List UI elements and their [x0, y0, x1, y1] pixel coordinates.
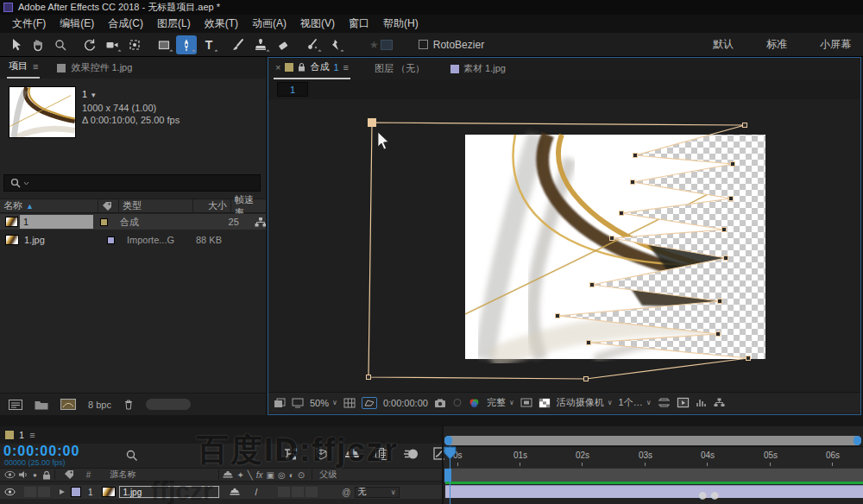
pan-behind-tool-icon[interactable] [124, 35, 145, 54]
share-view-icon[interactable] [658, 398, 671, 407]
workspace-default[interactable]: 默认 [713, 37, 734, 52]
tab-effect-controls[interactable]: 效果控件 1.jpg [55, 58, 134, 79]
shy-layers-icon[interactable] [344, 447, 360, 460]
footage-name-cell[interactable]: 1.jpg [24, 235, 100, 245]
menu-layer[interactable]: 图层(L) [150, 16, 198, 31]
time-navigator[interactable] [444, 436, 861, 445]
hand-tool-icon[interactable] [28, 35, 48, 54]
lock-icon[interactable] [298, 62, 306, 72]
view-layout-dropdown[interactable]: 1个… ∨ [619, 396, 652, 409]
frame-blend-icon[interactable]: ▣ [267, 470, 274, 480]
time-ruler[interactable]: 0s 01s 02s 03s 04s 05s 06s [444, 446, 863, 468]
column-number[interactable]: # [86, 470, 91, 480]
layer-expand-arrow-icon[interactable] [59, 488, 66, 495]
trash-icon[interactable] [123, 399, 134, 410]
menu-animation[interactable]: 动画(A) [245, 16, 293, 31]
eraser-tool-icon[interactable] [273, 35, 293, 54]
parent-dropdown[interactable]: 无 ∨ [355, 487, 400, 498]
shy-switch-icon[interactable] [223, 470, 233, 480]
fast-previews-icon[interactable] [677, 397, 690, 408]
new-folder-icon[interactable] [35, 400, 48, 410]
close-icon[interactable]: × [275, 62, 280, 72]
composition-name-cell[interactable]: 1 [20, 215, 93, 229]
frame-blending-icon[interactable] [375, 447, 389, 461]
always-preview-icon[interactable] [274, 398, 286, 408]
viewer-timecode[interactable]: 0:00:00:00 [383, 398, 428, 408]
panel-menu-icon[interactable]: ≡ [343, 62, 349, 72]
composition-canvas[interactable] [268, 99, 860, 392]
flowchart-icon[interactable] [255, 217, 266, 228]
clone-stamp-tool-icon[interactable] [250, 35, 271, 54]
camera-tool-icon[interactable] [102, 35, 123, 54]
column-label[interactable] [98, 199, 119, 212]
panel-menu-icon[interactable]: ≡ [29, 430, 35, 440]
label-tag-icon[interactable] [64, 469, 74, 480]
motion-blur-icon[interactable] [404, 448, 419, 460]
bit-depth-button[interactable]: 8 bpc [88, 400, 111, 410]
adjustment-layer-icon[interactable]: ◐ [289, 470, 294, 480]
text-tool-icon[interactable]: T [198, 35, 219, 54]
menu-help[interactable]: 帮助(H) [376, 16, 425, 31]
navigator-end-handle[interactable] [854, 436, 861, 445]
pen-tool-icon[interactable] [176, 35, 197, 54]
layer-row-1[interactable]: 1 1.jpg / @ 无 ∨ [0, 485, 442, 499]
interpret-footage-icon[interactable] [9, 400, 22, 410]
project-search-field[interactable] [3, 174, 261, 192]
menu-composition[interactable]: 合成(C) [101, 16, 150, 31]
exposure-histogram-icon[interactable] [696, 398, 708, 407]
rectangle-tool-icon[interactable] [154, 35, 174, 54]
menu-edit[interactable]: 编辑(E) [53, 16, 101, 31]
puppet-pin-tool-icon[interactable] [324, 35, 345, 54]
grid-guides-icon[interactable] [343, 398, 356, 408]
draft-3d-icon[interactable] [313, 446, 330, 461]
motion-blur-switch-icon[interactable]: ◎ [278, 470, 286, 480]
snapshot-camera-icon[interactable] [434, 398, 446, 407]
solo-cell[interactable] [38, 487, 50, 497]
footage-preview-thumbnail[interactable] [9, 86, 76, 138]
region-of-interest-icon[interactable] [520, 398, 532, 407]
column-size[interactable]: 大小 [193, 199, 231, 212]
brush-tool-icon[interactable] [228, 35, 249, 54]
layer-label-swatch[interactable] [71, 487, 81, 497]
quality-icon[interactable]: ╲ [248, 470, 253, 480]
effects-fx-icon[interactable]: fx [256, 470, 263, 480]
column-type[interactable]: 类型 [119, 199, 193, 212]
label-color-swatch[interactable] [107, 236, 115, 244]
current-timecode[interactable]: 0:00:00:00 [3, 444, 79, 459]
project-row-composition[interactable]: 1 合成 25 [0, 214, 266, 230]
tab-project[interactable]: 项目 ≡ [7, 56, 40, 79]
switch-cell[interactable] [292, 487, 304, 497]
tab-composition[interactable]: × 合成 1 ≡ [274, 57, 350, 79]
selection-tool-icon[interactable] [5, 35, 26, 54]
layer-name[interactable]: 1.jpg [119, 486, 219, 498]
transparency-grid-icon[interactable] [539, 398, 551, 408]
column-source-name[interactable]: 源名称 [110, 469, 135, 481]
thumbnail-scale-slider[interactable] [146, 399, 191, 410]
roto-brush-tool-icon[interactable] [302, 35, 323, 54]
timeline-tab-comp-1[interactable]: 1 [19, 430, 24, 440]
workspace-standard[interactable]: 标准 [766, 37, 787, 52]
work-area-bar[interactable] [444, 468, 863, 482]
switch-cell[interactable] [306, 487, 318, 497]
column-name[interactable]: 名称 ▲ [0, 199, 98, 212]
playhead-handle[interactable] [444, 446, 457, 460]
zoom-tool-icon[interactable] [50, 35, 71, 54]
dropdown-icon[interactable]: ▼ [90, 91, 97, 99]
new-composition-icon[interactable] [60, 399, 76, 410]
mini-flowchart-icon[interactable] [714, 398, 725, 407]
rotobezier-checkbox[interactable] [419, 40, 428, 49]
timeline-divider[interactable] [442, 426, 444, 504]
project-row-footage[interactable]: 1.jpg Importe...G 88 KB [0, 232, 266, 248]
menu-view[interactable]: 视图(V) [293, 16, 342, 31]
mini-tab-comp-1[interactable]: 1 [277, 82, 308, 97]
3d-layer-icon[interactable]: ⊙ [298, 470, 305, 480]
menu-effect[interactable]: 效果(T) [198, 16, 245, 31]
column-fps[interactable]: 帧速率 [231, 199, 264, 212]
tab-layer[interactable]: 图层 （无） [373, 59, 426, 79]
label-color-swatch[interactable] [100, 218, 107, 226]
primary-viewer-icon[interactable] [292, 398, 304, 408]
panel-menu-icon[interactable]: ≡ [33, 61, 38, 72]
audio-cell[interactable] [24, 487, 36, 497]
layer-shy-icon[interactable] [230, 488, 240, 497]
menu-window[interactable]: 窗口 [342, 16, 376, 31]
